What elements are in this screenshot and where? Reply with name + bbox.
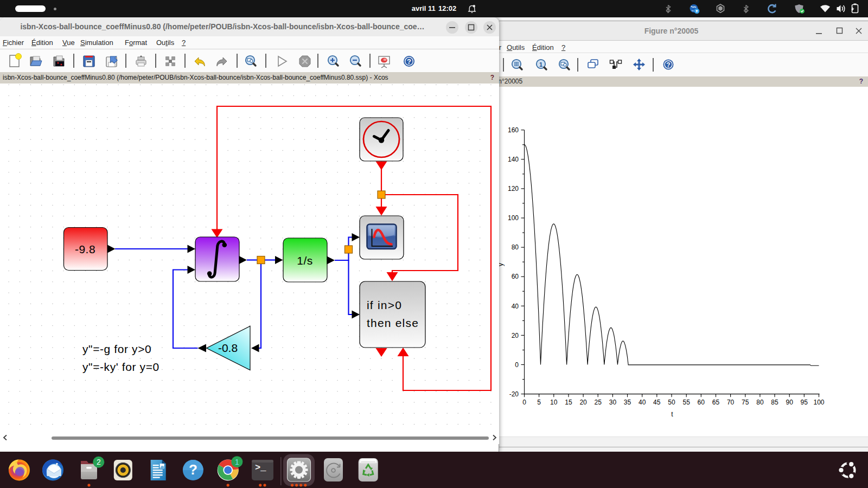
- svg-text:0: 0: [522, 399, 526, 406]
- svg-text:2: 2: [97, 458, 101, 466]
- svg-text:80: 80: [756, 399, 764, 406]
- svg-text:90: 90: [786, 399, 794, 406]
- svg-text:20: 20: [512, 332, 519, 339]
- svg-text:y"=-g for y>0: y"=-g for y>0: [82, 343, 151, 355]
- svg-text:60: 60: [512, 273, 519, 280]
- svg-text:y"=-ky' for y=0: y"=-ky' for y=0: [82, 361, 159, 373]
- svg-text:20: 20: [579, 399, 587, 406]
- svg-text:60: 60: [698, 399, 705, 406]
- svg-text:-9.8: -9.8: [75, 243, 95, 255]
- svg-text:80: 80: [512, 243, 519, 251]
- svg-text:70: 70: [727, 399, 735, 406]
- svg-text:140: 140: [508, 156, 519, 163]
- svg-text:50: 50: [668, 399, 675, 406]
- svg-text:100: 100: [508, 214, 519, 222]
- svg-text:55: 55: [683, 399, 691, 406]
- svg-text:100: 100: [813, 399, 824, 406]
- svg-text:-20: -20: [509, 390, 519, 398]
- svg-text:10: 10: [550, 399, 558, 406]
- svg-text:?: ?: [189, 461, 197, 478]
- svg-text:160: 160: [508, 126, 519, 134]
- svg-text:35: 35: [624, 399, 631, 406]
- svg-text:t: t: [671, 410, 673, 418]
- svg-text:15: 15: [565, 399, 572, 406]
- svg-text:?: ?: [666, 61, 670, 69]
- svg-text:0: 0: [515, 361, 519, 369]
- svg-text:1: 1: [235, 458, 239, 466]
- svg-text:?: ?: [407, 57, 411, 66]
- svg-text:if in>0: if in>0: [367, 299, 402, 311]
- svg-text:1/s: 1/s: [297, 254, 313, 267]
- svg-text:25: 25: [595, 399, 602, 406]
- svg-text:65: 65: [712, 399, 720, 406]
- svg-text:85: 85: [771, 399, 778, 406]
- svg-text:>_: >_: [255, 463, 266, 473]
- svg-text:1: 1: [539, 61, 542, 68]
- svg-text:120: 120: [508, 185, 519, 192]
- svg-text:-0.8: -0.8: [218, 342, 238, 354]
- svg-text:40: 40: [512, 303, 519, 310]
- svg-text:75: 75: [742, 399, 749, 406]
- svg-text:5: 5: [537, 399, 541, 406]
- svg-text:45: 45: [653, 399, 661, 406]
- svg-text:then else: then else: [367, 317, 419, 329]
- svg-text:40: 40: [639, 399, 646, 406]
- svg-text:30: 30: [609, 399, 617, 406]
- svg-text:95: 95: [801, 399, 808, 406]
